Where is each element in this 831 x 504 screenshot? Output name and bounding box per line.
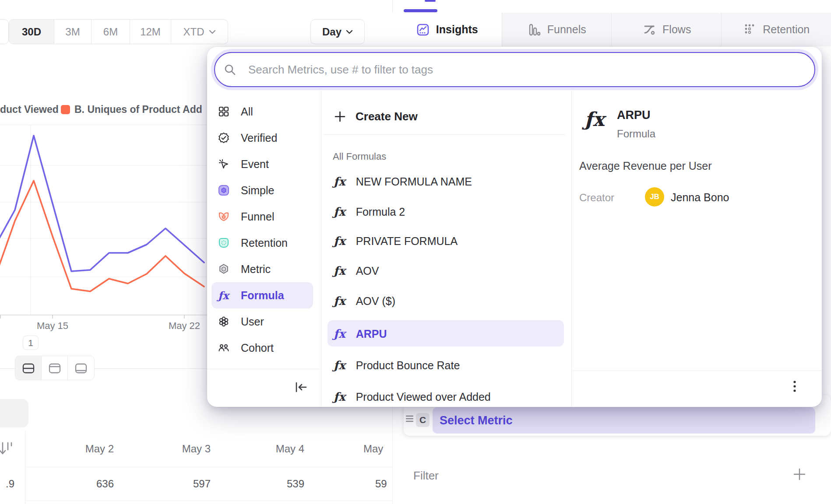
formula-item-1[interactable]: ƒx Formula 2 <box>334 205 405 218</box>
layout-table-icon <box>74 362 88 375</box>
table-vertical-divider <box>25 431 25 504</box>
add-filter-button[interactable] <box>792 467 806 481</box>
category-label: Verified <box>241 132 277 144</box>
range-button-6m[interactable]: 6M <box>92 19 130 44</box>
drag-handle-icon[interactable] <box>406 415 413 423</box>
range-button-partial[interactable] <box>0 19 9 44</box>
category-event[interactable]: Event <box>218 158 269 170</box>
formula-item-7[interactable]: ƒx Product Viewed over Added <box>334 390 491 403</box>
user-cluster-icon <box>218 316 229 327</box>
fx-icon: ƒx <box>334 264 345 277</box>
category-verified[interactable]: Verified <box>218 132 277 144</box>
category-simple[interactable]: Simple <box>218 184 274 196</box>
formula-item-2[interactable]: ƒx PRIVATE FORMULA <box>334 234 458 248</box>
legend-series-b-label[interactable]: B. Uniques of Product Add <box>74 104 202 116</box>
category-label: Retention <box>241 237 288 249</box>
simple-metric-icon <box>218 185 229 196</box>
granularity-button[interactable]: Day <box>310 19 365 44</box>
detail-creator-label: Creator <box>579 192 614 204</box>
create-new-button[interactable]: Create New <box>334 110 418 123</box>
fx-icon: ƒx <box>334 390 345 403</box>
table-header-may4[interactable]: May 4 <box>252 443 304 455</box>
category-all[interactable]: All <box>218 105 253 118</box>
funnels-icon <box>527 23 541 37</box>
formula-item-4[interactable]: ƒx AOV ($) <box>334 294 395 308</box>
creator-name: Jenna Bono <box>671 191 729 204</box>
tab-label: Insights <box>436 23 478 36</box>
category-user[interactable]: User <box>218 315 264 328</box>
formula-label: PRIVATE FORMULA <box>356 235 458 248</box>
builder-region-divider <box>392 407 393 504</box>
formula-item-0[interactable]: ƒx NEW FORMULA NAME <box>334 175 472 188</box>
category-formula[interactable]: ƒx Formula <box>218 289 284 301</box>
table-value-partial-left: .9 <box>0 478 14 490</box>
category-cohort[interactable]: Cohort <box>218 342 274 354</box>
range-label: 3M <box>65 26 80 38</box>
tab-label: Retention <box>763 23 810 36</box>
category-retention[interactable]: Retention <box>218 237 288 249</box>
range-button-xtd[interactable]: XTD <box>171 19 228 44</box>
collapse-sidebar-icon[interactable] <box>295 381 308 393</box>
line-chart[interactable]: May 15 May 22 <box>0 125 207 332</box>
layout-chart-button[interactable] <box>42 356 68 380</box>
range-button-30d[interactable]: 30D <box>9 19 54 44</box>
layout-split-icon <box>22 362 35 375</box>
category-label: User <box>241 315 264 328</box>
sort-descending-icon[interactable] <box>0 440 13 457</box>
retention-icon <box>743 23 757 37</box>
kebab-menu-icon[interactable] <box>792 379 797 394</box>
metric-search-field[interactable]: Search Metrics, use # to filter to tags <box>214 52 815 87</box>
legend-series-b-swatch <box>61 105 70 114</box>
category-label: All <box>241 105 253 118</box>
table-header-partial[interactable]: May <box>363 443 392 455</box>
formula-item-3[interactable]: ƒx AOV <box>334 264 379 277</box>
report-type-tabs: Insights Funnels Flows Retent <box>392 13 831 46</box>
fx-icon: ƒx <box>334 359 345 372</box>
picker-right-divider <box>571 91 572 407</box>
tab-insights[interactable]: Insights <box>392 13 502 46</box>
chevron-down-icon <box>346 30 353 34</box>
formula-item-5-selected[interactable]: ƒx ARPU <box>334 327 387 340</box>
select-metric-pill[interactable]: Select Metric <box>433 407 815 434</box>
insights-icon <box>416 23 430 37</box>
tab-flows[interactable]: Flows <box>612 13 722 46</box>
category-metric[interactable]: Metric <box>218 263 271 275</box>
create-new-divider <box>324 134 565 135</box>
category-label: Funnel <box>241 210 274 223</box>
range-button-12m[interactable]: 12M <box>130 19 171 44</box>
x-tick-may15: May 15 <box>37 320 68 331</box>
date-range-segmented-control: 30D 3M 6M 12M XTD <box>9 19 228 44</box>
formula-item-6[interactable]: ƒx Product Bounce Rate <box>334 359 460 372</box>
app-window: 30D 3M 6M 12M XTD Day Insights <box>0 0 831 504</box>
table-value-may4: 539 <box>252 478 304 490</box>
tab-funnels[interactable]: Funnels <box>502 13 612 46</box>
table-row-divider <box>25 500 392 501</box>
category-funnel[interactable]: Funnel <box>218 210 274 223</box>
metric-letter: C <box>419 415 426 425</box>
page-number: 1 <box>28 338 33 348</box>
table-value-may3: 597 <box>158 478 211 490</box>
layout-toggle-group <box>15 356 95 380</box>
category-label: Metric <box>241 263 271 276</box>
layout-split-button[interactable] <box>15 356 42 380</box>
range-label: XTD <box>183 26 204 38</box>
table-header-may2[interactable]: May 2 <box>61 443 114 455</box>
pagination-page-button[interactable]: 1 <box>23 336 39 350</box>
category-footer-divider <box>207 369 321 369</box>
fx-icon: ƒx <box>334 205 345 218</box>
filter-section-label: Filter <box>413 469 439 483</box>
category-label: Cohort <box>241 342 274 354</box>
metric-letter-badge: C <box>416 413 430 427</box>
range-button-3m[interactable]: 3M <box>54 19 92 44</box>
metric-picker-dropdown: Search Metrics, use # to filter to tags … <box>207 47 822 407</box>
tab-retention[interactable]: Retention <box>722 13 831 46</box>
legend-series-a-label[interactable]: duct Viewed <box>0 104 59 116</box>
fx-icon: ƒx <box>334 327 345 340</box>
layout-table-button[interactable] <box>68 356 94 380</box>
table-header-may3[interactable]: May 3 <box>158 443 211 455</box>
verified-badge-icon <box>218 132 229 144</box>
flows-icon <box>641 23 656 37</box>
breakdown-table: May 2 May 3 May 4 May .9 636 597 539 59 <box>0 429 392 504</box>
active-tab-indicator <box>404 9 437 12</box>
detail-title: ARPU <box>617 108 651 122</box>
